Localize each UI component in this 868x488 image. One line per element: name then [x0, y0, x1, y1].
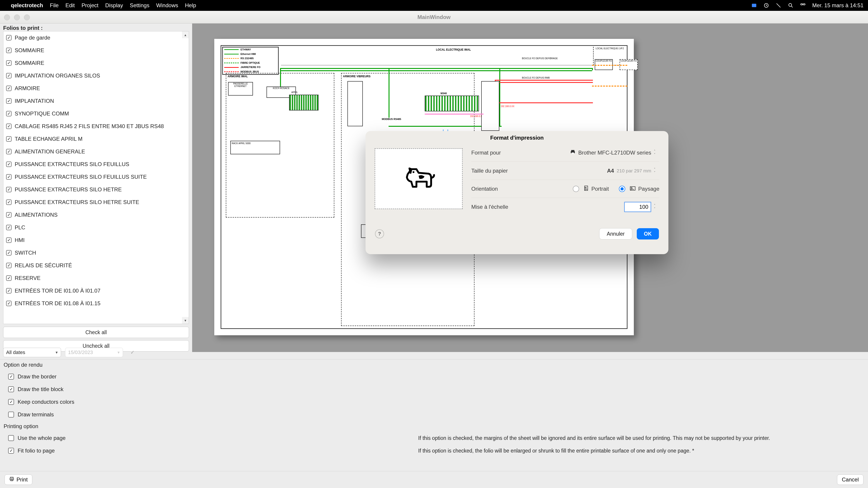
- folio-item[interactable]: ✓SOMMAIRE: [3, 44, 189, 57]
- orientation-landscape-radio[interactable]: [619, 186, 625, 192]
- folio-item[interactable]: ✓ALIMENTATION GENERALE: [3, 145, 189, 158]
- traffic-close[interactable]: [4, 14, 10, 20]
- orientation-portrait-radio[interactable]: [573, 186, 579, 192]
- menu-file[interactable]: File: [50, 2, 59, 8]
- checkbox-icon[interactable]: ✓: [6, 48, 11, 53]
- svg-rect-3: [801, 4, 803, 5]
- dialog-help-button[interactable]: ?: [375, 229, 384, 238]
- checkbox-icon[interactable]: ✓: [6, 98, 11, 104]
- printing-option[interactable]: ✓Fit folio to page: [0, 445, 418, 457]
- folio-item[interactable]: ✓PUISSANCE EXTRACTEURS SILO HETRE SUITE: [3, 196, 189, 208]
- date-filter-select[interactable]: All dates: [3, 348, 61, 357]
- menu-clock[interactable]: Mer. 15 mars à 14:51: [812, 2, 864, 8]
- menu-display[interactable]: Display: [105, 2, 123, 8]
- menu-project[interactable]: Project: [82, 2, 98, 8]
- folio-item[interactable]: ✓Page de garde: [3, 31, 189, 44]
- folio-label: ARMOIRE: [15, 85, 40, 92]
- scroll-up-handle[interactable]: ▴: [182, 31, 189, 38]
- folio-item[interactable]: ✓RESERVE: [3, 272, 189, 285]
- checkbox-icon[interactable]: ✓: [6, 136, 11, 142]
- checkbox-icon[interactable]: ✓: [6, 288, 11, 293]
- checkbox-icon[interactable]: ✓: [6, 263, 11, 268]
- folio-item[interactable]: ✓PLC: [3, 221, 189, 234]
- folio-item[interactable]: ✓IMPLANTATION: [3, 95, 189, 107]
- checkbox-icon[interactable]: ✓: [8, 374, 14, 380]
- checkbox-icon[interactable]: ✓: [6, 86, 11, 91]
- folio-item[interactable]: ✓PUISSANCE EXTRACTEURS SILO HETRE: [3, 183, 189, 196]
- folio-item[interactable]: ✓IMPLANTATION ORGANES SILOS: [3, 69, 189, 82]
- checkbox-icon[interactable]: ✓: [6, 73, 11, 78]
- checkbox-icon[interactable]: ✓: [8, 399, 14, 405]
- folio-item[interactable]: ✓SWITCH: [3, 247, 189, 259]
- folio-item[interactable]: ✓ALIMENTATIONS: [3, 208, 189, 221]
- format-for-select[interactable]: Brother MFC-L2710DW series ˄˅: [570, 149, 659, 156]
- option-help-text: If this option is checked, the margins o…: [418, 435, 848, 441]
- app-name[interactable]: qelectrotech: [11, 2, 43, 8]
- traffic-minimize[interactable]: [14, 14, 20, 20]
- checkbox-icon[interactable]: [8, 412, 14, 418]
- print-button[interactable]: Print: [4, 475, 32, 485]
- paper-size-select[interactable]: A4 210 par 297 mm ˄˅: [607, 168, 659, 174]
- checkbox-icon[interactable]: ✓: [6, 301, 11, 306]
- tray-control-center-icon[interactable]: [800, 2, 806, 8]
- folio-item[interactable]: ✓SYNOPTIQUE COMM: [3, 107, 189, 120]
- checkbox-icon[interactable]: ✓: [6, 187, 11, 192]
- checkbox-icon[interactable]: ✓: [6, 237, 11, 243]
- checkbox-icon[interactable]: ✓: [6, 275, 11, 281]
- checkbox-icon[interactable]: ✓: [6, 199, 11, 205]
- checkbox-icon[interactable]: ✓: [6, 60, 11, 66]
- printing-option[interactable]: Use the whole page: [0, 432, 418, 445]
- checkbox-icon[interactable]: ✓: [8, 448, 14, 454]
- scale-input[interactable]: [624, 202, 651, 212]
- checkbox-icon[interactable]: ✓: [6, 111, 11, 116]
- checkbox-icon[interactable]: ✓: [6, 162, 11, 167]
- dialog-cancel-button[interactable]: Annuler: [599, 228, 632, 239]
- tray-timemachine-icon[interactable]: [763, 2, 769, 8]
- checkbox-icon[interactable]: ✓: [6, 149, 11, 154]
- cancel-button[interactable]: Cancel: [837, 475, 864, 485]
- folio-item[interactable]: ✓ENTRÉES TOR DE I01.00 À I01.07: [3, 285, 189, 297]
- check-all-button[interactable]: Check all: [3, 327, 189, 338]
- render-option[interactable]: ✓Draw the title block: [0, 383, 868, 396]
- date-value-field[interactable]: 15/03/2023: [65, 348, 123, 357]
- render-option[interactable]: Draw terminals: [0, 408, 868, 421]
- tray-bluetooth-off-icon[interactable]: [776, 2, 781, 8]
- folio-label: SOMMAIRE: [15, 60, 44, 66]
- menu-windows[interactable]: Windows: [156, 2, 178, 8]
- checkbox-icon[interactable]: [8, 435, 14, 441]
- scroll-down-handle[interactable]: ▾: [182, 317, 189, 324]
- checkbox-icon[interactable]: ✓: [6, 250, 11, 256]
- render-option[interactable]: ✓Draw the border: [0, 370, 868, 383]
- folio-item[interactable]: ✓SOMMAIRE: [3, 57, 189, 69]
- render-option[interactable]: ✓Keep conductors colors: [0, 396, 868, 408]
- scale-stepper[interactable]: ˄˅: [654, 204, 659, 210]
- folio-item[interactable]: ✓ARMOIRE: [3, 82, 189, 95]
- scale-label: Mise à l'échelle: [471, 204, 508, 210]
- checkbox-icon[interactable]: ✓: [6, 225, 11, 230]
- folio-item[interactable]: ✓PUISSANCE EXTRACTEURS SILO FEUILLUS SUI…: [3, 170, 189, 183]
- print-format-dialog: Format d'impression Format pour Brother …: [366, 131, 669, 254]
- dialog-ok-button[interactable]: OK: [637, 228, 659, 239]
- menu-settings[interactable]: Settings: [130, 2, 149, 8]
- checkbox-icon[interactable]: ✓: [6, 35, 11, 40]
- checkbox-icon[interactable]: ✓: [6, 212, 11, 218]
- folio-item[interactable]: ✓HMI: [3, 234, 189, 247]
- menu-help[interactable]: Help: [185, 2, 196, 8]
- checkbox-icon[interactable]: ✓: [6, 174, 11, 180]
- chevron-updown-icon: ˄˅: [654, 150, 659, 156]
- folio-item[interactable]: ✓CABLAGE RS485 RJ45 2 FILS ENTRE M340 ET…: [3, 120, 189, 133]
- folios-list[interactable]: ▴ ▾ ✓Page de garde✓SOMMAIRE✓SOMMAIRE✓IMP…: [3, 31, 189, 324]
- tray-spotlight-icon[interactable]: [788, 2, 794, 8]
- menu-edit[interactable]: Edit: [65, 2, 74, 8]
- svg-rect-11: [572, 153, 574, 154]
- folio-item[interactable]: ✓TABLE ECHANGE APRIL M: [3, 133, 189, 145]
- folio-item[interactable]: ✓RELAIS DE SÉCURITÉ: [3, 259, 189, 272]
- folio-label: PUISSANCE EXTRACTEURS SILO HETRE: [15, 186, 122, 193]
- checkbox-icon[interactable]: ✓: [6, 124, 11, 129]
- date-apply-icon[interactable]: ✓: [127, 348, 138, 357]
- folio-item[interactable]: ✓ENTRÉES TOR DE I01.08 À I01.15: [3, 297, 189, 310]
- tray-stage-manager-icon[interactable]: [751, 2, 757, 8]
- checkbox-icon[interactable]: ✓: [8, 386, 14, 392]
- traffic-zoom[interactable]: [24, 14, 30, 20]
- folio-item[interactable]: ✓PUISSANCE EXTRACTEURS SILO FEUILLUS: [3, 158, 189, 170]
